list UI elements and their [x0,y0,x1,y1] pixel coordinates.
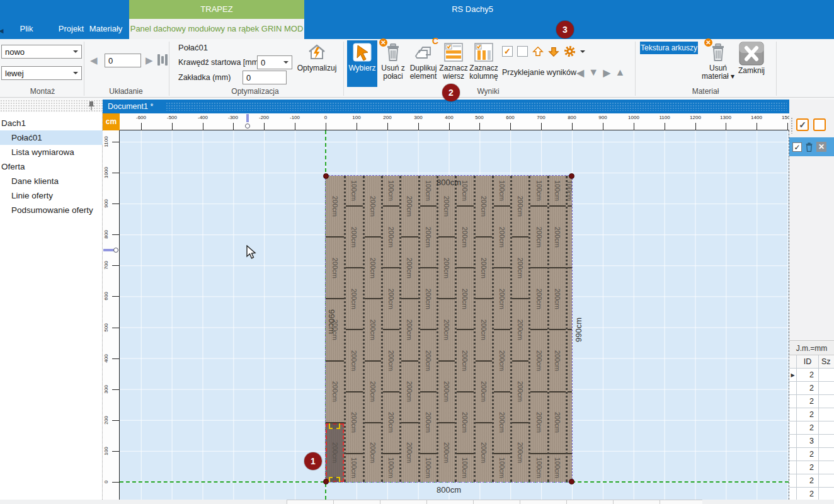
select-button[interactable]: Wybierz [347,40,377,87]
cell-sz[interactable] [819,408,834,421]
corner-handle[interactable] [569,479,574,484]
close-button[interactable]: Zamknij [734,40,768,87]
cell-sz[interactable] [819,488,834,500]
table-row[interactable]: 2 [789,395,834,408]
panel-segment[interactable]: 200cm [383,207,399,268]
panel-segment[interactable]: 200cm [476,176,492,238]
panel-segment[interactable]: 100cm [549,176,566,207]
panel-segment[interactable]: 100cm [420,454,437,482]
panel-segment[interactable]: 200cm [512,238,528,299]
roof-slope-panel[interactable]: 200cm200cm200cm200cm200cm100cm200cm200cm… [326,176,572,482]
panel-segment[interactable] [568,454,572,482]
nav-right-icon[interactable]: ▶ [603,67,610,79]
columns-icon[interactable] [157,54,168,66]
panel-grip[interactable] [0,100,103,112]
nav-down-icon[interactable]: ▼ [588,67,598,79]
panel-segment[interactable]: 200cm [457,330,473,392]
table-row[interactable]: 2 [789,421,834,435]
panel-segment-selected[interactable]: 200cm [326,423,344,482]
cell-id[interactable]: 2 [797,408,819,421]
panel-segment[interactable]: 100cm [346,454,362,482]
panel-segment[interactable]: 200cm [346,268,362,330]
panel-segment[interactable]: 200cm [365,176,381,238]
cell-sz[interactable] [819,474,834,487]
tab-plik[interactable]: Plik [14,19,39,39]
panel-segment[interactable]: 200cm [494,268,510,330]
panel-segment[interactable]: 200cm [476,238,492,299]
panel-segment[interactable]: 200cm [549,207,566,268]
panel-segment[interactable]: 200cm [365,299,381,361]
cell-id[interactable]: 2 [797,382,819,394]
panel-segment[interactable]: 200cm [401,362,418,423]
nav-left-icon[interactable]: ◀ [576,67,584,79]
table-row[interactable]: 2 [789,488,834,501]
panel-segment[interactable]: 200cm [512,423,528,482]
selected-element-row[interactable]: ✓ ✕ [789,137,834,156]
close-icon[interactable]: ✕ [816,142,826,152]
panel-segment[interactable]: 200cm [326,176,344,238]
remove-material-button[interactable]: ✕ Usuń materiał ▾ [700,40,736,87]
panel-segment[interactable]: 200cm [549,392,566,454]
duplicate-button[interactable]: C Duplikuj element [408,40,438,87]
ruler-unit-box[interactable]: cm [103,113,120,130]
panel-segment[interactable]: 200cm [420,330,437,392]
table-row[interactable]: ▶2 [789,369,834,382]
panel-segment[interactable]: 200cm [530,330,547,392]
panel-segment[interactable]: 200cm [346,330,362,392]
table-row[interactable]: 3 [789,435,834,448]
remove-from-slope-button[interactable]: ✕ Usuń z połaci [378,40,408,87]
cell-sz[interactable] [819,435,834,447]
select-all-checkbox-icon[interactable]: ✓ [796,118,809,131]
gear-icon[interactable] [564,45,576,57]
cell-id[interactable]: 2 [797,395,819,408]
panel-segment[interactable]: 200cm [438,299,455,361]
panel-segment[interactable] [568,392,572,454]
cell-sz[interactable] [819,448,834,461]
grid-header-sz[interactable]: Sz [819,355,834,368]
sidebar-item[interactable]: Lista wymiarowa [0,145,103,159]
panel-segment[interactable]: 100cm [568,176,572,207]
panel-segment[interactable]: 200cm [401,423,418,482]
panel-segment[interactable]: 200cm [512,299,528,361]
table-row[interactable]: 2 [789,408,834,421]
tab-materialy[interactable]: Materiały [86,19,126,39]
element-checkbox[interactable]: ✓ [792,142,802,152]
corner-handle[interactable] [323,479,329,484]
panel-segment[interactable]: 100cm [494,454,510,482]
cell-sz[interactable] [819,382,834,394]
panel-segment[interactable] [568,207,572,268]
panel-segment[interactable] [568,268,572,330]
panel-segment[interactable]: 200cm [549,268,566,330]
panel-segment[interactable]: 200cm [383,330,399,392]
cell-id[interactable]: 2 [797,448,819,461]
cell-sz[interactable] [819,421,834,434]
panel-segment[interactable]: 200cm [494,330,510,392]
table-row[interactable]: 2 [789,382,834,395]
panel-segment[interactable]: 100cm [530,176,547,207]
pin-icon[interactable] [88,101,95,111]
sidebar-item[interactable]: Dach1 [0,116,103,130]
panel-segment[interactable]: 200cm [383,392,399,454]
panel-segment[interactable]: 100cm [420,176,437,207]
cell-sz[interactable] [819,369,834,381]
tab-projekt[interactable]: Projekt [53,19,89,39]
start-edge-combobox[interactable]: 0 [257,55,292,69]
panel-segment[interactable]: 200cm [420,392,437,454]
panel-drag-handle[interactable] [791,117,793,134]
panel-segment[interactable]: 200cm [420,268,437,330]
cell-sz[interactable] [819,461,834,474]
panel-segment[interactable]: 200cm [383,268,399,330]
corner-handle[interactable] [323,173,329,179]
bottom-scroll-cells[interactable] [287,500,702,504]
panel-segment[interactable]: 200cm [365,238,381,299]
arrow-up-icon[interactable] [532,46,544,57]
panel-segment[interactable]: 200cm [420,207,437,268]
panel-segment[interactable]: 200cm [438,362,455,423]
grid-header-id[interactable]: ID [797,355,819,368]
panel-segment[interactable]: 200cm [512,362,528,423]
cell-id[interactable]: 3 [797,435,819,447]
montaz-mode-combobox[interactable]: nowo [1,45,82,59]
cell-id[interactable]: 2 [797,474,819,487]
panel-segment[interactable]: 200cm [457,392,473,454]
table-row[interactable]: 2 [789,474,834,488]
